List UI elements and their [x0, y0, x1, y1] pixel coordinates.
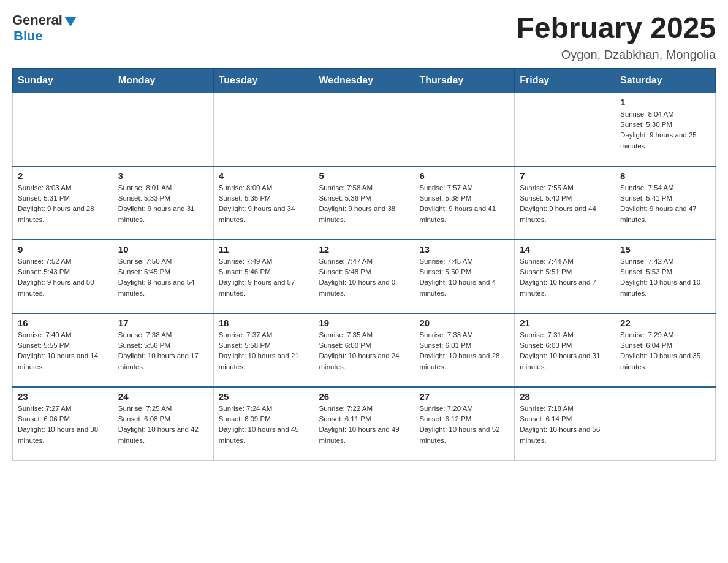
calendar-cell: 17Sunrise: 7:38 AMSunset: 5:56 PMDayligh…	[113, 313, 213, 387]
day-info: Sunrise: 7:25 AMSunset: 6:08 PMDaylight:…	[118, 404, 208, 446]
day-info: Sunrise: 7:37 AMSunset: 5:58 PMDaylight:…	[219, 330, 309, 372]
day-info: Sunrise: 7:24 AMSunset: 6:09 PMDaylight:…	[219, 404, 309, 446]
day-number: 17	[118, 318, 208, 328]
month-title: February 2025	[516, 12, 716, 45]
day-number: 22	[620, 318, 710, 328]
day-info: Sunrise: 7:22 AMSunset: 6:11 PMDaylight:…	[319, 404, 409, 446]
calendar-cell	[414, 93, 515, 166]
day-number: 18	[219, 318, 309, 328]
calendar-cell: 10Sunrise: 7:50 AMSunset: 5:45 PMDayligh…	[113, 240, 213, 313]
calendar-week-1: 2Sunrise: 8:03 AMSunset: 5:31 PMDaylight…	[13, 166, 716, 240]
day-number: 7	[520, 170, 610, 181]
title-section: February 2025 Oygon, Dzabkhan, Mongolia	[516, 12, 716, 62]
day-number: 20	[419, 318, 509, 328]
calendar-cell: 4Sunrise: 8:00 AMSunset: 5:35 PMDaylight…	[213, 166, 314, 240]
weekday-row: SundayMondayTuesdayWednesdayThursdayFrid…	[13, 68, 716, 93]
day-number: 23	[18, 391, 108, 402]
day-number: 15	[620, 244, 710, 255]
day-number: 2	[18, 170, 108, 181]
calendar-cell: 26Sunrise: 7:22 AMSunset: 6:11 PMDayligh…	[314, 387, 414, 461]
calendar-cell: 19Sunrise: 7:35 AMSunset: 6:00 PMDayligh…	[314, 313, 414, 387]
calendar-cell: 3Sunrise: 8:01 AMSunset: 5:33 PMDaylight…	[113, 166, 213, 240]
day-info: Sunrise: 7:47 AMSunset: 5:48 PMDaylight:…	[319, 256, 409, 299]
day-number: 14	[520, 244, 610, 255]
weekday-header-tuesday: Tuesday	[213, 68, 314, 93]
calendar-cell: 1Sunrise: 8:04 AMSunset: 5:30 PMDaylight…	[615, 93, 716, 166]
logo-triangle-icon	[64, 17, 77, 26]
day-number: 11	[219, 244, 309, 255]
day-info: Sunrise: 7:54 AMSunset: 5:41 PMDaylight:…	[620, 183, 710, 225]
weekday-header-friday: Friday	[515, 68, 615, 93]
day-info: Sunrise: 7:20 AMSunset: 6:12 PMDaylight:…	[419, 404, 509, 446]
weekday-header-saturday: Saturday	[615, 68, 716, 93]
logo-blue-text: Blue	[13, 28, 43, 44]
page-header: General Blue February 2025 Oygon, Dzabkh…	[12, 12, 716, 62]
calendar-week-3: 16Sunrise: 7:40 AMSunset: 5:55 PMDayligh…	[13, 313, 716, 387]
calendar-cell	[515, 93, 615, 166]
day-info: Sunrise: 8:01 AMSunset: 5:33 PMDaylight:…	[118, 183, 208, 225]
day-info: Sunrise: 7:42 AMSunset: 5:53 PMDaylight:…	[620, 256, 710, 299]
day-number: 1	[620, 97, 710, 107]
day-number: 6	[419, 170, 509, 181]
day-number: 28	[520, 391, 610, 402]
day-number: 25	[219, 391, 309, 402]
calendar-cell	[13, 93, 113, 166]
day-info: Sunrise: 7:50 AMSunset: 5:45 PMDaylight:…	[118, 256, 208, 299]
day-info: Sunrise: 8:04 AMSunset: 5:30 PMDaylight:…	[620, 109, 710, 151]
day-info: Sunrise: 7:38 AMSunset: 5:56 PMDaylight:…	[118, 330, 208, 372]
day-info: Sunrise: 7:35 AMSunset: 6:00 PMDaylight:…	[319, 330, 409, 372]
calendar-cell: 8Sunrise: 7:54 AMSunset: 5:41 PMDaylight…	[615, 166, 716, 240]
calendar-cell: 12Sunrise: 7:47 AMSunset: 5:48 PMDayligh…	[314, 240, 414, 313]
day-info: Sunrise: 7:44 AMSunset: 5:51 PMDaylight:…	[520, 256, 610, 299]
day-info: Sunrise: 7:29 AMSunset: 6:04 PMDaylight:…	[620, 330, 710, 372]
day-info: Sunrise: 7:27 AMSunset: 6:06 PMDaylight:…	[18, 404, 108, 446]
calendar-week-2: 9Sunrise: 7:52 AMSunset: 5:43 PMDaylight…	[13, 240, 716, 313]
calendar-cell: 14Sunrise: 7:44 AMSunset: 5:51 PMDayligh…	[515, 240, 615, 313]
day-number: 13	[419, 244, 509, 255]
calendar-cell: 7Sunrise: 7:55 AMSunset: 5:40 PMDaylight…	[515, 166, 615, 240]
calendar-cell: 22Sunrise: 7:29 AMSunset: 6:04 PMDayligh…	[615, 313, 716, 387]
calendar-cell: 23Sunrise: 7:27 AMSunset: 6:06 PMDayligh…	[13, 387, 113, 461]
calendar-cell: 9Sunrise: 7:52 AMSunset: 5:43 PMDaylight…	[13, 240, 113, 313]
calendar-week-4: 23Sunrise: 7:27 AMSunset: 6:06 PMDayligh…	[13, 387, 716, 461]
calendar-cell: 25Sunrise: 7:24 AMSunset: 6:09 PMDayligh…	[213, 387, 314, 461]
day-info: Sunrise: 7:49 AMSunset: 5:46 PMDaylight:…	[219, 256, 309, 299]
day-info: Sunrise: 8:00 AMSunset: 5:35 PMDaylight:…	[219, 183, 309, 225]
calendar-body: 1Sunrise: 8:04 AMSunset: 5:30 PMDaylight…	[13, 93, 716, 461]
day-info: Sunrise: 7:45 AMSunset: 5:50 PMDaylight:…	[419, 256, 509, 299]
day-info: Sunrise: 7:31 AMSunset: 6:03 PMDaylight:…	[520, 330, 610, 372]
calendar-week-0: 1Sunrise: 8:04 AMSunset: 5:30 PMDaylight…	[13, 93, 716, 166]
calendar-cell: 24Sunrise: 7:25 AMSunset: 6:08 PMDayligh…	[113, 387, 213, 461]
calendar-cell	[615, 387, 716, 461]
calendar-cell: 20Sunrise: 7:33 AMSunset: 6:01 PMDayligh…	[414, 313, 515, 387]
calendar-cell: 5Sunrise: 7:58 AMSunset: 5:36 PMDaylight…	[314, 166, 414, 240]
day-info: Sunrise: 7:55 AMSunset: 5:40 PMDaylight:…	[520, 183, 610, 225]
calendar-cell	[213, 93, 314, 166]
location-label: Oygon, Dzabkhan, Mongolia	[516, 48, 716, 62]
calendar-cell: 28Sunrise: 7:18 AMSunset: 6:14 PMDayligh…	[515, 387, 615, 461]
day-number: 10	[118, 244, 208, 255]
day-info: Sunrise: 7:57 AMSunset: 5:38 PMDaylight:…	[419, 183, 509, 225]
calendar-cell	[113, 93, 213, 166]
weekday-header-monday: Monday	[113, 68, 213, 93]
calendar-table: SundayMondayTuesdayWednesdayThursdayFrid…	[12, 68, 716, 461]
calendar-cell: 13Sunrise: 7:45 AMSunset: 5:50 PMDayligh…	[414, 240, 515, 313]
day-info: Sunrise: 7:52 AMSunset: 5:43 PMDaylight:…	[18, 256, 108, 299]
day-number: 4	[219, 170, 309, 181]
day-info: Sunrise: 7:33 AMSunset: 6:01 PMDaylight:…	[419, 330, 509, 372]
calendar-cell	[314, 93, 414, 166]
day-number: 5	[319, 170, 409, 181]
day-number: 12	[319, 244, 409, 255]
day-number: 21	[520, 318, 610, 328]
calendar-cell: 16Sunrise: 7:40 AMSunset: 5:55 PMDayligh…	[13, 313, 113, 387]
weekday-header-wednesday: Wednesday	[314, 68, 414, 93]
day-number: 26	[319, 391, 409, 402]
day-info: Sunrise: 7:58 AMSunset: 5:36 PMDaylight:…	[319, 183, 409, 225]
calendar-cell: 18Sunrise: 7:37 AMSunset: 5:58 PMDayligh…	[213, 313, 314, 387]
day-info: Sunrise: 8:03 AMSunset: 5:31 PMDaylight:…	[18, 183, 108, 225]
calendar-cell: 11Sunrise: 7:49 AMSunset: 5:46 PMDayligh…	[213, 240, 314, 313]
weekday-header-sunday: Sunday	[13, 68, 113, 93]
day-number: 24	[118, 391, 208, 402]
day-number: 8	[620, 170, 710, 181]
calendar-cell: 27Sunrise: 7:20 AMSunset: 6:12 PMDayligh…	[414, 387, 515, 461]
